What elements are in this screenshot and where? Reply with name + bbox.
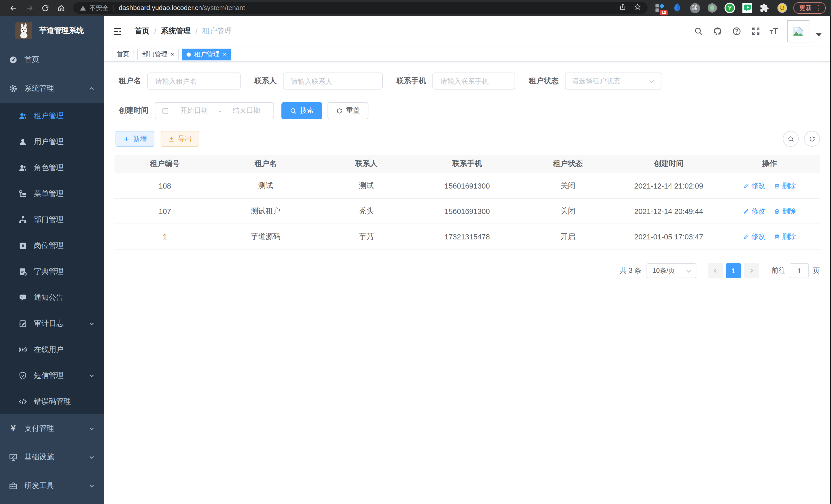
toolbox-icon (8, 481, 18, 491)
breadcrumb-system[interactable]: 系统管理 (161, 26, 191, 36)
phone-input[interactable] (432, 73, 515, 90)
page-size-select[interactable]: 10条/页 (647, 263, 696, 278)
bookmark-star-icon[interactable] (634, 3, 641, 12)
page-number-active[interactable]: 1 (726, 263, 741, 278)
sidebar-item-online-user[interactable]: 在线用户 (0, 336, 104, 362)
sidebar-item-menu[interactable]: 菜单管理 (0, 181, 104, 207)
delete-link[interactable]: 删除 (774, 206, 796, 216)
chevron-down-icon (89, 373, 94, 378)
gear-icon (8, 84, 18, 93)
extension-y-icon[interactable]: Y (724, 2, 736, 13)
date-range-input[interactable]: 开始日期 - 结束日期 (155, 102, 274, 119)
sidebar-item-infrastructure[interactable]: 基础设施 (0, 443, 104, 471)
chevron-right-icon (749, 268, 754, 274)
edit-icon (743, 234, 749, 240)
sidebar: 芋道管理系统 首页 系统管理 租户管 (0, 16, 104, 504)
toggle-search-icon[interactable] (783, 131, 799, 147)
extension-dot-icon[interactable] (706, 2, 718, 13)
share-icon[interactable] (619, 3, 627, 12)
delete-link[interactable]: 删除 (774, 232, 796, 241)
sidebar-item-dict[interactable]: 字典管理 (0, 259, 104, 285)
prev-page-button[interactable] (708, 263, 723, 278)
sidebar-item-role[interactable]: 角色管理 (0, 155, 104, 181)
sidebar-item-post[interactable]: 岗位管理 (0, 233, 104, 259)
goto-page-input[interactable] (790, 263, 809, 278)
contact-input[interactable] (283, 73, 382, 90)
sidebar-fold-icon[interactable] (111, 25, 123, 37)
download-icon (168, 136, 175, 142)
sidebar-item-audit-log[interactable]: 审计日志 (0, 310, 104, 336)
extension-balloon-icon[interactable] (671, 2, 683, 13)
refresh-icon (336, 108, 343, 114)
extension-blocks-icon[interactable]: 10 (654, 2, 665, 13)
edit-icon (743, 183, 749, 189)
reload-icon[interactable] (37, 1, 53, 15)
app-logo-row[interactable]: 芋道管理系统 (0, 16, 104, 46)
browser-toolbar: 不安全 dashboard.yudao.iocoder.cn/system/te… (0, 0, 831, 16)
start-date-placeholder: 开始日期 (173, 106, 215, 116)
filter-row-2: 创建时间 开始日期 - 结束日期 搜索 (119, 102, 820, 119)
table-row: 107 测试租户 秃头 15601691300 关闭 2021-12-14 20… (115, 198, 820, 224)
users-icon (18, 111, 28, 120)
sidebar-item-user[interactable]: 用户管理 (0, 129, 104, 155)
refresh-table-icon[interactable] (804, 131, 820, 147)
next-page-button[interactable] (744, 263, 759, 278)
delete-link[interactable]: 删除 (774, 181, 796, 190)
page-content: 租户名 联系人 联系手机 (104, 62, 831, 504)
reset-button[interactable]: 重置 (327, 102, 369, 119)
extension-command-icon[interactable]: ⌘ (689, 2, 700, 13)
tab-tenant[interactable]: 租户管理 × (182, 49, 231, 60)
help-icon[interactable] (731, 26, 741, 36)
edit-link[interactable]: 修改 (743, 181, 765, 190)
back-icon[interactable] (5, 1, 21, 15)
sidebar-item-devtools[interactable]: 研发工具 (0, 472, 104, 500)
tab-home[interactable]: 首页 (112, 49, 134, 60)
status-select[interactable]: 请选择租户状态 (565, 73, 661, 90)
total-count: 共 3 条 (620, 266, 641, 275)
user-icon (18, 137, 28, 146)
chevron-down-icon (89, 455, 94, 460)
font-size-icon[interactable]: TT (770, 26, 778, 36)
page-suffix: 页 (813, 266, 820, 275)
breadcrumb: 首页 / 系统管理 / 租户管理 (135, 26, 232, 36)
close-icon[interactable]: × (171, 51, 174, 57)
sidebar-item-notice[interactable]: 通知公告 (0, 285, 104, 310)
sidebar-item-sms[interactable]: 短信管理 (0, 362, 104, 388)
sidebar-item-home[interactable]: 首页 (0, 46, 104, 74)
tab-dept[interactable]: 部门管理 × (137, 49, 179, 60)
status-text: 关闭 (517, 181, 618, 190)
breadcrumb-home[interactable]: 首页 (135, 26, 149, 36)
edit-link[interactable]: 修改 (743, 232, 765, 241)
close-icon[interactable]: × (223, 51, 226, 57)
forward-icon[interactable] (21, 1, 37, 15)
edit-icon (743, 208, 749, 214)
trash-icon (774, 183, 780, 189)
sidebar-item-system[interactable]: 系统管理 (0, 74, 104, 103)
dictionary-icon (18, 267, 28, 276)
omnibox-divider (113, 5, 113, 11)
sidebar-item-tenant[interactable]: 租户管理 (0, 103, 104, 129)
avatar-caret-icon[interactable] (816, 33, 822, 36)
sidebar-item-error-code[interactable]: 错误码管理 (0, 388, 104, 414)
sidebar-item-dept[interactable]: 部门管理 (0, 207, 104, 233)
sidebar-item-payment[interactable]: ¥ 支付管理 (0, 414, 104, 443)
home-icon[interactable] (53, 1, 69, 15)
tenant-name-label: 租户名 (119, 76, 141, 86)
edit-link[interactable]: 修改 (743, 206, 765, 216)
url-text: dashboard.yudao.iocoder.cn/system/tenant (119, 4, 245, 12)
extension-chat-icon[interactable] (741, 2, 753, 13)
extensions-puzzle-icon[interactable] (759, 2, 771, 13)
export-button[interactable]: 导出 (161, 131, 199, 147)
tenant-name-input[interactable] (147, 73, 240, 90)
header-search-icon[interactable] (693, 26, 703, 36)
user-avatar[interactable] (787, 20, 809, 42)
browser-update-button[interactable]: 更新⋮ (794, 2, 826, 13)
search-button[interactable]: 搜索 (281, 102, 322, 119)
chevron-left-icon (713, 268, 718, 274)
profile-avatar-icon[interactable] (776, 2, 788, 13)
chevron-down-icon (686, 268, 692, 274)
add-button[interactable]: 新增 (116, 131, 154, 147)
github-icon[interactable] (712, 26, 722, 36)
address-bar[interactable]: 不安全 dashboard.yudao.iocoder.cn/system/te… (73, 2, 648, 13)
fullscreen-icon[interactable] (751, 26, 761, 36)
